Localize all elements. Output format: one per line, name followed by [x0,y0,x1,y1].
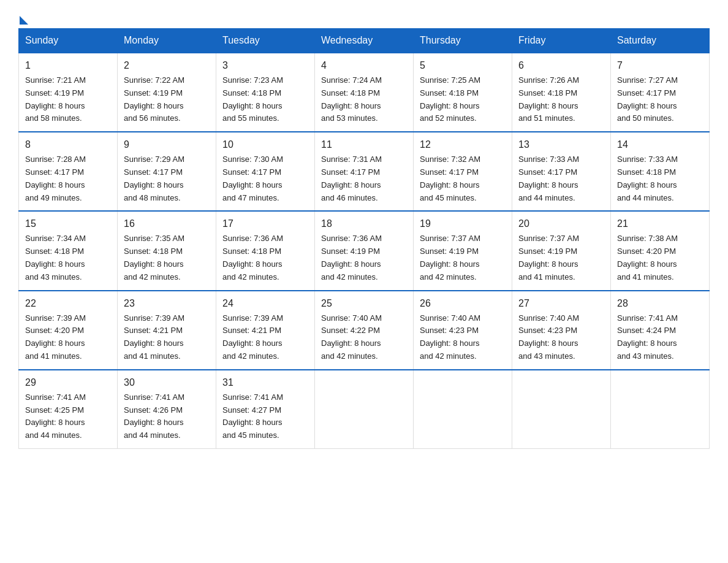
day-number: 27 [518,296,604,311]
calendar-table: SundayMondayTuesdayWednesdayThursdayFrid… [18,28,710,449]
calendar-cell: 29Sunrise: 7:41 AMSunset: 4:25 PMDayligh… [19,370,118,449]
day-info: Sunrise: 7:25 AMSunset: 4:18 PMDaylight:… [420,74,506,125]
day-header-tuesday: Tuesday [216,29,315,53]
day-number: 20 [518,216,604,231]
day-header-monday: Monday [118,29,216,53]
day-number: 5 [420,58,506,73]
day-info: Sunrise: 7:30 AMSunset: 4:17 PMDaylight:… [222,153,308,204]
calendar-cell: 27Sunrise: 7:40 AMSunset: 4:23 PMDayligh… [512,291,611,370]
day-info: Sunrise: 7:29 AMSunset: 4:17 PMDaylight:… [124,153,210,204]
calendar-cell [611,370,710,449]
day-number: 18 [321,216,407,231]
day-info: Sunrise: 7:37 AMSunset: 4:19 PMDaylight:… [420,232,506,283]
day-info: Sunrise: 7:36 AMSunset: 4:19 PMDaylight:… [321,232,407,283]
day-number: 7 [617,58,703,73]
day-info: Sunrise: 7:22 AMSunset: 4:19 PMDaylight:… [124,74,210,125]
logo [18,12,28,22]
day-header-wednesday: Wednesday [315,29,414,53]
day-info: Sunrise: 7:41 AMSunset: 4:26 PMDaylight:… [124,391,210,442]
calendar-cell: 22Sunrise: 7:39 AMSunset: 4:20 PMDayligh… [19,291,118,370]
day-number: 17 [222,216,308,231]
day-number: 30 [124,375,210,390]
day-info: Sunrise: 7:33 AMSunset: 4:17 PMDaylight:… [518,153,604,204]
calendar-cell: 5Sunrise: 7:25 AMSunset: 4:18 PMDaylight… [414,53,512,132]
day-info: Sunrise: 7:21 AMSunset: 4:19 PMDaylight:… [25,74,111,125]
day-number: 21 [617,216,703,231]
day-number: 13 [518,137,604,152]
day-info: Sunrise: 7:41 AMSunset: 4:27 PMDaylight:… [222,391,308,442]
day-info: Sunrise: 7:31 AMSunset: 4:17 PMDaylight:… [321,153,407,204]
week-row-5: 29Sunrise: 7:41 AMSunset: 4:25 PMDayligh… [19,370,710,449]
day-info: Sunrise: 7:36 AMSunset: 4:18 PMDaylight:… [222,232,308,283]
calendar-cell: 2Sunrise: 7:22 AMSunset: 4:19 PMDaylight… [118,53,216,132]
day-number: 8 [25,137,111,152]
day-info: Sunrise: 7:40 AMSunset: 4:23 PMDaylight:… [518,312,604,363]
calendar-cell: 24Sunrise: 7:39 AMSunset: 4:21 PMDayligh… [216,291,315,370]
calendar-cell: 7Sunrise: 7:27 AMSunset: 4:17 PMDaylight… [611,53,710,132]
day-number: 14 [617,137,703,152]
week-row-1: 1Sunrise: 7:21 AMSunset: 4:19 PMDaylight… [19,53,710,132]
day-info: Sunrise: 7:34 AMSunset: 4:18 PMDaylight:… [25,232,111,283]
day-number: 3 [222,58,308,73]
calendar-cell: 26Sunrise: 7:40 AMSunset: 4:23 PMDayligh… [414,291,512,370]
day-info: Sunrise: 7:27 AMSunset: 4:17 PMDaylight:… [617,74,703,125]
calendar-cell: 4Sunrise: 7:24 AMSunset: 4:18 PMDaylight… [315,53,414,132]
day-number: 19 [420,216,506,231]
calendar-cell: 30Sunrise: 7:41 AMSunset: 4:26 PMDayligh… [118,370,216,449]
day-info: Sunrise: 7:28 AMSunset: 4:17 PMDaylight:… [25,153,111,204]
calendar-cell: 8Sunrise: 7:28 AMSunset: 4:17 PMDaylight… [19,132,118,211]
day-number: 25 [321,296,407,311]
day-number: 26 [420,296,506,311]
day-number: 29 [25,375,111,390]
calendar-cell: 9Sunrise: 7:29 AMSunset: 4:17 PMDaylight… [118,132,216,211]
day-number: 24 [222,296,308,311]
calendar-cell: 31Sunrise: 7:41 AMSunset: 4:27 PMDayligh… [216,370,315,449]
day-info: Sunrise: 7:40 AMSunset: 4:22 PMDaylight:… [321,312,407,363]
day-info: Sunrise: 7:37 AMSunset: 4:19 PMDaylight:… [518,232,604,283]
day-info: Sunrise: 7:35 AMSunset: 4:18 PMDaylight:… [124,232,210,283]
day-info: Sunrise: 7:41 AMSunset: 4:25 PMDaylight:… [25,391,111,442]
week-row-3: 15Sunrise: 7:34 AMSunset: 4:18 PMDayligh… [19,211,710,290]
day-info: Sunrise: 7:33 AMSunset: 4:18 PMDaylight:… [617,153,703,204]
calendar-cell: 16Sunrise: 7:35 AMSunset: 4:18 PMDayligh… [118,211,216,290]
day-number: 11 [321,137,407,152]
calendar-cell: 11Sunrise: 7:31 AMSunset: 4:17 PMDayligh… [315,132,414,211]
day-info: Sunrise: 7:24 AMSunset: 4:18 PMDaylight:… [321,74,407,125]
calendar-cell: 17Sunrise: 7:36 AMSunset: 4:18 PMDayligh… [216,211,315,290]
calendar-cell: 1Sunrise: 7:21 AMSunset: 4:19 PMDaylight… [19,53,118,132]
day-number: 31 [222,375,308,390]
day-header-friday: Friday [512,29,611,53]
calendar-cell: 19Sunrise: 7:37 AMSunset: 4:19 PMDayligh… [414,211,512,290]
day-header-thursday: Thursday [414,29,512,53]
days-of-week-row: SundayMondayTuesdayWednesdayThursdayFrid… [19,29,710,53]
calendar-cell: 25Sunrise: 7:40 AMSunset: 4:22 PMDayligh… [315,291,414,370]
day-info: Sunrise: 7:40 AMSunset: 4:23 PMDaylight:… [420,312,506,363]
calendar-cell: 21Sunrise: 7:38 AMSunset: 4:20 PMDayligh… [611,211,710,290]
day-info: Sunrise: 7:23 AMSunset: 4:18 PMDaylight:… [222,74,308,125]
calendar-cell [512,370,611,449]
calendar-cell [414,370,512,449]
calendar-cell: 10Sunrise: 7:30 AMSunset: 4:17 PMDayligh… [216,132,315,211]
day-info: Sunrise: 7:26 AMSunset: 4:18 PMDaylight:… [518,74,604,125]
day-number: 15 [25,216,111,231]
calendar-cell: 23Sunrise: 7:39 AMSunset: 4:21 PMDayligh… [118,291,216,370]
calendar-cell: 20Sunrise: 7:37 AMSunset: 4:19 PMDayligh… [512,211,611,290]
calendar-cell: 14Sunrise: 7:33 AMSunset: 4:18 PMDayligh… [611,132,710,211]
calendar-cell: 18Sunrise: 7:36 AMSunset: 4:19 PMDayligh… [315,211,414,290]
day-number: 16 [124,216,210,231]
day-number: 2 [124,58,210,73]
day-info: Sunrise: 7:39 AMSunset: 4:20 PMDaylight:… [25,312,111,363]
calendar-cell: 15Sunrise: 7:34 AMSunset: 4:18 PMDayligh… [19,211,118,290]
day-info: Sunrise: 7:38 AMSunset: 4:20 PMDaylight:… [617,232,703,283]
day-header-sunday: Sunday [19,29,118,53]
page-header [18,12,710,22]
day-info: Sunrise: 7:32 AMSunset: 4:17 PMDaylight:… [420,153,506,204]
calendar-cell: 3Sunrise: 7:23 AMSunset: 4:18 PMDaylight… [216,53,315,132]
day-number: 22 [25,296,111,311]
week-row-4: 22Sunrise: 7:39 AMSunset: 4:20 PMDayligh… [19,291,710,370]
calendar-cell: 13Sunrise: 7:33 AMSunset: 4:17 PMDayligh… [512,132,611,211]
day-number: 28 [617,296,703,311]
day-number: 4 [321,58,407,73]
day-number: 6 [518,58,604,73]
day-info: Sunrise: 7:39 AMSunset: 4:21 PMDaylight:… [124,312,210,363]
